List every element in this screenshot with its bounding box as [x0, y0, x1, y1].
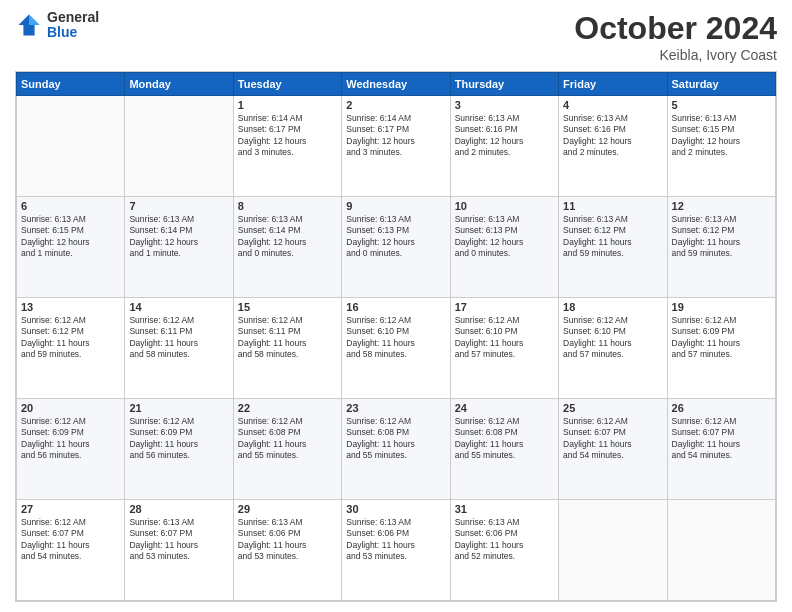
day-number: 10	[455, 200, 554, 212]
calendar-cell	[17, 96, 125, 197]
day-number: 14	[129, 301, 228, 313]
day-number: 25	[563, 402, 662, 414]
calendar-cell: 18Sunrise: 6:12 AM Sunset: 6:10 PM Dayli…	[559, 298, 667, 399]
calendar-cell: 28Sunrise: 6:13 AM Sunset: 6:07 PM Dayli…	[125, 500, 233, 601]
title-section: October 2024 Keibla, Ivory Coast	[574, 10, 777, 63]
day-number: 16	[346, 301, 445, 313]
calendar-cell: 10Sunrise: 6:13 AM Sunset: 6:13 PM Dayli…	[450, 197, 558, 298]
calendar-cell: 7Sunrise: 6:13 AM Sunset: 6:14 PM Daylig…	[125, 197, 233, 298]
day-number: 17	[455, 301, 554, 313]
calendar-cell: 14Sunrise: 6:12 AM Sunset: 6:11 PM Dayli…	[125, 298, 233, 399]
day-info: Sunrise: 6:14 AM Sunset: 6:17 PM Dayligh…	[346, 113, 445, 159]
day-info: Sunrise: 6:13 AM Sunset: 6:07 PM Dayligh…	[129, 517, 228, 563]
calendar-header: SundayMondayTuesdayWednesdayThursdayFrid…	[17, 73, 776, 96]
calendar-cell: 12Sunrise: 6:13 AM Sunset: 6:12 PM Dayli…	[667, 197, 775, 298]
day-number: 18	[563, 301, 662, 313]
day-info: Sunrise: 6:13 AM Sunset: 6:06 PM Dayligh…	[455, 517, 554, 563]
svg-marker-1	[29, 15, 40, 26]
calendar: SundayMondayTuesdayWednesdayThursdayFrid…	[15, 71, 777, 602]
calendar-cell: 20Sunrise: 6:12 AM Sunset: 6:09 PM Dayli…	[17, 399, 125, 500]
day-number: 24	[455, 402, 554, 414]
calendar-cell: 13Sunrise: 6:12 AM Sunset: 6:12 PM Dayli…	[17, 298, 125, 399]
day-info: Sunrise: 6:12 AM Sunset: 6:12 PM Dayligh…	[21, 315, 120, 361]
calendar-week-row: 1Sunrise: 6:14 AM Sunset: 6:17 PM Daylig…	[17, 96, 776, 197]
day-number: 31	[455, 503, 554, 515]
day-info: Sunrise: 6:13 AM Sunset: 6:06 PM Dayligh…	[238, 517, 337, 563]
day-number: 11	[563, 200, 662, 212]
day-number: 6	[21, 200, 120, 212]
calendar-cell	[125, 96, 233, 197]
calendar-week-row: 20Sunrise: 6:12 AM Sunset: 6:09 PM Dayli…	[17, 399, 776, 500]
day-info: Sunrise: 6:13 AM Sunset: 6:13 PM Dayligh…	[455, 214, 554, 260]
weekday-header: Tuesday	[233, 73, 341, 96]
day-info: Sunrise: 6:13 AM Sunset: 6:16 PM Dayligh…	[455, 113, 554, 159]
calendar-cell: 31Sunrise: 6:13 AM Sunset: 6:06 PM Dayli…	[450, 500, 558, 601]
logo-general: General	[47, 10, 99, 25]
day-info: Sunrise: 6:12 AM Sunset: 6:09 PM Dayligh…	[129, 416, 228, 462]
day-info: Sunrise: 6:12 AM Sunset: 6:10 PM Dayligh…	[455, 315, 554, 361]
calendar-week-row: 6Sunrise: 6:13 AM Sunset: 6:15 PM Daylig…	[17, 197, 776, 298]
day-info: Sunrise: 6:13 AM Sunset: 6:12 PM Dayligh…	[672, 214, 771, 260]
day-info: Sunrise: 6:12 AM Sunset: 6:09 PM Dayligh…	[21, 416, 120, 462]
day-info: Sunrise: 6:12 AM Sunset: 6:10 PM Dayligh…	[563, 315, 662, 361]
day-number: 29	[238, 503, 337, 515]
day-number: 22	[238, 402, 337, 414]
header: General Blue October 2024 Keibla, Ivory …	[15, 10, 777, 63]
month-title: October 2024	[574, 10, 777, 47]
day-info: Sunrise: 6:13 AM Sunset: 6:15 PM Dayligh…	[672, 113, 771, 159]
calendar-body: 1Sunrise: 6:14 AM Sunset: 6:17 PM Daylig…	[17, 96, 776, 601]
day-info: Sunrise: 6:12 AM Sunset: 6:08 PM Dayligh…	[238, 416, 337, 462]
weekday-header: Monday	[125, 73, 233, 96]
calendar-cell: 27Sunrise: 6:12 AM Sunset: 6:07 PM Dayli…	[17, 500, 125, 601]
calendar-cell: 23Sunrise: 6:12 AM Sunset: 6:08 PM Dayli…	[342, 399, 450, 500]
location: Keibla, Ivory Coast	[574, 47, 777, 63]
day-number: 19	[672, 301, 771, 313]
calendar-cell: 29Sunrise: 6:13 AM Sunset: 6:06 PM Dayli…	[233, 500, 341, 601]
day-number: 4	[563, 99, 662, 111]
day-number: 28	[129, 503, 228, 515]
calendar-cell: 2Sunrise: 6:14 AM Sunset: 6:17 PM Daylig…	[342, 96, 450, 197]
day-info: Sunrise: 6:12 AM Sunset: 6:08 PM Dayligh…	[346, 416, 445, 462]
calendar-cell: 16Sunrise: 6:12 AM Sunset: 6:10 PM Dayli…	[342, 298, 450, 399]
day-number: 27	[21, 503, 120, 515]
calendar-cell	[559, 500, 667, 601]
calendar-cell: 15Sunrise: 6:12 AM Sunset: 6:11 PM Dayli…	[233, 298, 341, 399]
calendar-week-row: 13Sunrise: 6:12 AM Sunset: 6:12 PM Dayli…	[17, 298, 776, 399]
day-info: Sunrise: 6:13 AM Sunset: 6:15 PM Dayligh…	[21, 214, 120, 260]
day-number: 1	[238, 99, 337, 111]
day-number: 7	[129, 200, 228, 212]
calendar-cell: 6Sunrise: 6:13 AM Sunset: 6:15 PM Daylig…	[17, 197, 125, 298]
day-info: Sunrise: 6:13 AM Sunset: 6:14 PM Dayligh…	[129, 214, 228, 260]
calendar-cell: 24Sunrise: 6:12 AM Sunset: 6:08 PM Dayli…	[450, 399, 558, 500]
day-info: Sunrise: 6:12 AM Sunset: 6:11 PM Dayligh…	[238, 315, 337, 361]
day-number: 21	[129, 402, 228, 414]
day-info: Sunrise: 6:13 AM Sunset: 6:12 PM Dayligh…	[563, 214, 662, 260]
day-info: Sunrise: 6:12 AM Sunset: 6:10 PM Dayligh…	[346, 315, 445, 361]
day-number: 20	[21, 402, 120, 414]
day-info: Sunrise: 6:12 AM Sunset: 6:08 PM Dayligh…	[455, 416, 554, 462]
calendar-cell: 8Sunrise: 6:13 AM Sunset: 6:14 PM Daylig…	[233, 197, 341, 298]
calendar-cell	[667, 500, 775, 601]
day-info: Sunrise: 6:13 AM Sunset: 6:06 PM Dayligh…	[346, 517, 445, 563]
day-number: 13	[21, 301, 120, 313]
calendar-week-row: 27Sunrise: 6:12 AM Sunset: 6:07 PM Dayli…	[17, 500, 776, 601]
calendar-table: SundayMondayTuesdayWednesdayThursdayFrid…	[16, 72, 776, 601]
logo-icon	[15, 11, 43, 39]
day-info: Sunrise: 6:12 AM Sunset: 6:07 PM Dayligh…	[21, 517, 120, 563]
weekday-header: Saturday	[667, 73, 775, 96]
day-info: Sunrise: 6:13 AM Sunset: 6:14 PM Dayligh…	[238, 214, 337, 260]
day-info: Sunrise: 6:12 AM Sunset: 6:11 PM Dayligh…	[129, 315, 228, 361]
calendar-cell: 5Sunrise: 6:13 AM Sunset: 6:15 PM Daylig…	[667, 96, 775, 197]
day-number: 12	[672, 200, 771, 212]
calendar-cell: 22Sunrise: 6:12 AM Sunset: 6:08 PM Dayli…	[233, 399, 341, 500]
day-info: Sunrise: 6:13 AM Sunset: 6:16 PM Dayligh…	[563, 113, 662, 159]
calendar-cell: 26Sunrise: 6:12 AM Sunset: 6:07 PM Dayli…	[667, 399, 775, 500]
day-number: 3	[455, 99, 554, 111]
day-number: 26	[672, 402, 771, 414]
calendar-cell: 11Sunrise: 6:13 AM Sunset: 6:12 PM Dayli…	[559, 197, 667, 298]
calendar-cell: 17Sunrise: 6:12 AM Sunset: 6:10 PM Dayli…	[450, 298, 558, 399]
day-number: 5	[672, 99, 771, 111]
calendar-cell: 30Sunrise: 6:13 AM Sunset: 6:06 PM Dayli…	[342, 500, 450, 601]
day-info: Sunrise: 6:14 AM Sunset: 6:17 PM Dayligh…	[238, 113, 337, 159]
day-number: 2	[346, 99, 445, 111]
